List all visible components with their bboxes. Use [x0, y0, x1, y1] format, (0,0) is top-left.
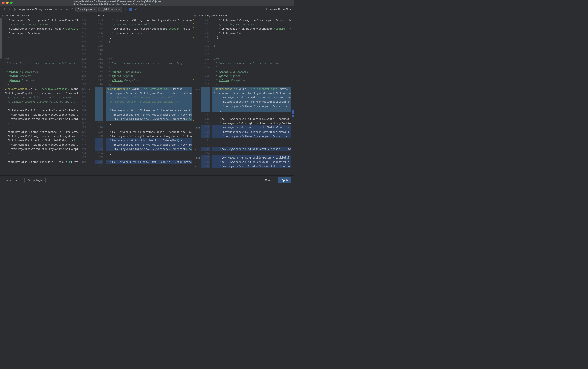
- close-icon[interactable]: [123, 8, 127, 11]
- apply-all-right-icon[interactable]: [54, 8, 58, 11]
- apply-left-icon[interactable]: [195, 165, 198, 168]
- changes-status: 10 changes. No conflicts.: [264, 8, 291, 11]
- marker-strip-middle[interactable]: [192, 18, 195, 175]
- ignore-icon[interactable]: [198, 88, 200, 90]
- magic-resolve-icon[interactable]: [70, 8, 74, 11]
- scrollbar-left[interactable]: [0, 18, 2, 59]
- lock-icon: [2, 15, 4, 17]
- traffic-lights: [2, 2, 13, 4]
- cancel-button[interactable]: Cancel: [262, 177, 276, 183]
- apply-left-icon[interactable]: [195, 127, 198, 129]
- panel-header-middle-label: Result: [97, 14, 104, 17]
- pane-right[interactable]: 2032042052062072082092102112122132142152…: [201, 18, 294, 175]
- code-middle-content[interactable]: "tok-keyword">String s = "tok-keyword">n…: [105, 18, 192, 175]
- ignore-dropdown[interactable]: Do not ignore: [75, 7, 97, 12]
- ignore-icon[interactable]: [198, 157, 200, 159]
- window-title: Merge Revisions for /Users/gacevedo/Deve…: [73, 0, 221, 6]
- diff-apply-left-219[interactable]: [89, 88, 94, 90]
- diff-controls-235: [195, 157, 201, 159]
- svg-rect-2: [194, 15, 196, 16]
- ribbon-right: [195, 18, 201, 175]
- window-chrome: Merge Revisions for /Users/gacevedo/Deve…: [0, 0, 294, 6]
- apply-non-conflicting-label: Apply non-conflicting changes:: [19, 8, 52, 11]
- svg-point-0: [135, 9, 136, 10]
- arrow-up-icon[interactable]: [2, 8, 6, 11]
- minimize-window-button[interactable]: [6, 2, 9, 4]
- diff-panes: "tok-keyword">String s = "tok-keyword">n…: [0, 18, 294, 175]
- ignore-icon[interactable]: [198, 148, 200, 151]
- compare-prev-icon[interactable]: [13, 8, 17, 11]
- pane-middle[interactable]: 2032042052062072082092102112122132142152…: [94, 18, 195, 175]
- diff-controls-233: [195, 148, 201, 151]
- apply-all-left-icon[interactable]: [65, 8, 69, 11]
- gutter-left: 2032042052062072082092102112122132142152…: [78, 18, 88, 175]
- apply-left-icon[interactable]: [195, 157, 198, 159]
- apply-button[interactable]: Apply: [278, 177, 291, 183]
- merge-toolbar: Apply non-conflicting changes: Do not ig…: [0, 6, 294, 13]
- pane-left[interactable]: "tok-keyword">String s = "tok-keyword">n…: [0, 18, 88, 175]
- panel-header-middle: Result: [96, 13, 192, 18]
- panel-header-right-label: Changes by Qwiet AI AutoFix: [197, 14, 228, 17]
- accept-left-button[interactable]: Accept Left: [3, 177, 22, 183]
- panel-header-left-label: Unpatched file content: [4, 14, 29, 17]
- panel-headers: Unpatched file content Result Changes by…: [0, 13, 294, 18]
- footer-bar: Accept Left Accept Right Cancel Apply: [0, 175, 294, 184]
- arrow-down-icon[interactable]: [8, 8, 11, 11]
- maximize-window-button[interactable]: [10, 2, 13, 4]
- ribbon-left: [88, 18, 94, 175]
- gear-icon[interactable]: [134, 8, 138, 11]
- diff-controls-237: [195, 165, 201, 168]
- lock-icon: [194, 15, 196, 17]
- apply-left-icon[interactable]: [195, 88, 198, 90]
- gutter-middle-left: 2032042052062072082092102112122132142152…: [94, 18, 105, 175]
- ignore-icon[interactable]: [198, 127, 200, 129]
- close-window-button[interactable]: [2, 2, 4, 4]
- apply-left-icon[interactable]: [195, 148, 198, 151]
- apply-right-icon[interactable]: [89, 88, 91, 90]
- ignore-icon[interactable]: [198, 165, 200, 168]
- panel-header-right: Changes by Qwiet AI AutoFix: [192, 13, 230, 18]
- apply-all-both-icon[interactable]: [60, 8, 63, 11]
- diff-controls-228: [195, 127, 201, 129]
- panel-header-left: Unpatched file content: [0, 13, 96, 18]
- sync-scrolling-icon[interactable]: [129, 8, 132, 11]
- svg-rect-1: [2, 15, 3, 16]
- accept-right-button[interactable]: Accept Right: [24, 177, 46, 183]
- diff-controls-219: [195, 88, 201, 90]
- marker-strip-right[interactable]: [291, 18, 294, 175]
- highlight-dropdown[interactable]: Highlight words: [98, 7, 122, 12]
- code-right-content[interactable]: "tok-keyword">String s = "tok-keyword">n…: [212, 18, 291, 175]
- gutter-right: 2032042052062072082092102112122132142152…: [201, 18, 212, 175]
- code-left-content[interactable]: "tok-keyword">String s = "tok-keyword">n…: [0, 18, 78, 175]
